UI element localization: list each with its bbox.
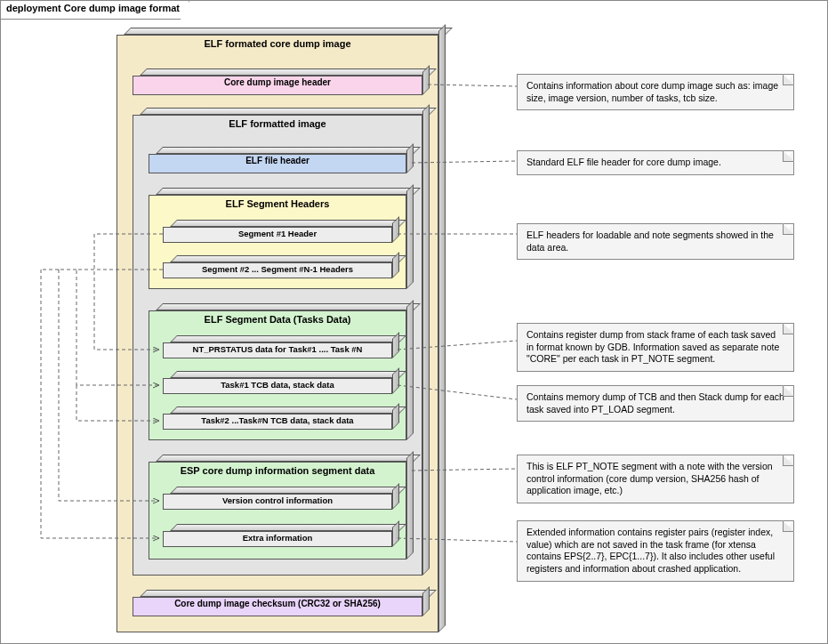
elf-image-title: ELF formatted image bbox=[133, 115, 422, 129]
checksum-box-title: Core dump image checksum (CRC32 or SHA25… bbox=[133, 597, 422, 608]
extra-info-label: Extra information bbox=[163, 531, 392, 543]
outer-box-title: ELF formated core dump image bbox=[117, 35, 438, 49]
note-vcinfo: This is ELF PT_NOTE segment with a note … bbox=[517, 455, 794, 503]
note-prstatus: Contains register dump from stack frame … bbox=[517, 323, 794, 372]
seg-data-title: ELF Segment Data (Tasks Data) bbox=[149, 310, 406, 325]
task1-data-label: Task#1 TCB data, stack data bbox=[163, 378, 392, 390]
diagram-canvas: deployment Core dump image format ELF fo… bbox=[0, 0, 828, 644]
seg-header-rest: Segment #2 ... Segment #N-1 Headers bbox=[163, 255, 399, 278]
elf-file-header: ELF file header bbox=[149, 147, 414, 173]
taskn-data-label: Task#2 ...Task#N TCB data, stack data bbox=[163, 414, 392, 425]
note-elf-header: Standard ELF file header for core dump i… bbox=[517, 150, 794, 175]
header-box-title: Core dump image header bbox=[133, 76, 422, 87]
frame-title: deployment Core dump image format bbox=[1, 1, 189, 20]
note-tcb: Contains memory dump of TCB and then Sta… bbox=[517, 385, 794, 422]
nt-prstatus: NT_PRSTATUS data for Task#1 .... Task #N bbox=[163, 335, 399, 358]
seg-header-1-label: Segment #1 Header bbox=[163, 227, 392, 238]
extra-info: Extra information bbox=[163, 524, 399, 547]
version-control-info-label: Version control information bbox=[163, 494, 392, 505]
nt-prstatus-label: NT_PRSTATUS data for Task#1 .... Task #N bbox=[163, 342, 392, 354]
version-control-info: Version control information bbox=[163, 487, 399, 510]
elf-file-header-title: ELF file header bbox=[149, 154, 406, 165]
seg-header-1: Segment #1 Header bbox=[163, 220, 399, 243]
esp-info-title: ESP core dump information segment data bbox=[149, 462, 406, 476]
note-header: Contains information about core dump ima… bbox=[517, 74, 794, 110]
note-seg-headers: ELF headers for loadable and note segmen… bbox=[517, 223, 794, 260]
seg-headers-title: ELF Segment Headers bbox=[149, 195, 406, 209]
checksum-box: Core dump image checksum (CRC32 or SHA25… bbox=[133, 590, 430, 616]
task1-data: Task#1 TCB data, stack data bbox=[163, 371, 399, 394]
note-extra: Extended information contains register p… bbox=[517, 520, 794, 582]
seg-header-rest-label: Segment #2 ... Segment #N-1 Headers bbox=[163, 262, 392, 274]
taskn-data: Task#2 ...Task#N TCB data, stack data bbox=[163, 407, 399, 430]
header-box: Core dump image header bbox=[133, 68, 430, 95]
